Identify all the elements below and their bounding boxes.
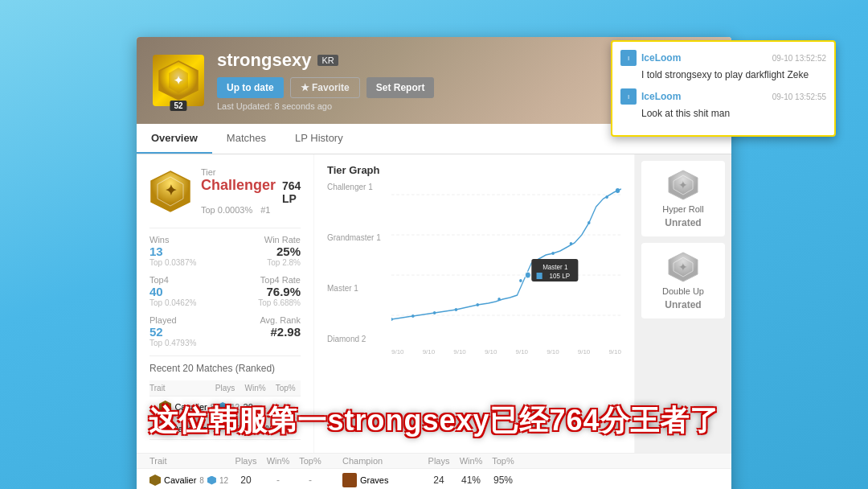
favorite-button[interactable]: ★ Favorite xyxy=(290,77,360,98)
chat-text-2: Look at this shit man xyxy=(641,108,826,119)
chat-time-2: 09-10 13:52:55 xyxy=(772,92,826,101)
top4-value: 40 xyxy=(149,285,225,298)
stat-row-top4: Top4 40 Top 0.0462% Top4 Rate 76.9% Top … xyxy=(149,275,301,307)
avatar-level: 52 xyxy=(170,101,186,111)
avgrank-label: Avg. Rank xyxy=(225,315,301,325)
svg-point-20 xyxy=(588,221,591,224)
svg-point-18 xyxy=(551,252,555,255)
stat-block-top4rate: Top4 Rate 76.9% Top 6.688% xyxy=(225,275,301,307)
y-label-grandmaster: Grandmaster 1 xyxy=(327,233,381,242)
double-up-rating: Unrated xyxy=(665,299,701,310)
tier-icon: ✦ xyxy=(149,171,191,212)
svg-point-13 xyxy=(455,308,458,311)
chat-time-1: 09-10 13:52:52 xyxy=(772,54,826,63)
chat-avatar-1: I xyxy=(620,50,637,66)
double-up-icon: ✦ xyxy=(667,251,699,283)
wins-sub: Top 0.0387% xyxy=(149,258,225,267)
svg-point-14 xyxy=(476,303,479,306)
y-label-master: Master 1 xyxy=(327,284,381,293)
svg-point-19 xyxy=(570,242,573,245)
hyper-roll-item: ✦ Hyper Roll Unrated xyxy=(641,161,725,236)
stat-block-avgrank: Avg. Rank #2.98 xyxy=(225,315,301,339)
double-up-name: Double Up xyxy=(662,286,704,296)
region-badge: KR xyxy=(317,55,338,66)
tab-lp-history[interactable]: LP History xyxy=(280,124,358,154)
y-label-challenger: Challenger 1 xyxy=(327,183,381,191)
up-to-date-button[interactable]: Up to date xyxy=(217,77,284,98)
avatar: ✦ xyxy=(153,55,204,106)
wins-value: 13 xyxy=(149,244,225,258)
stat-block-top4: Top4 40 Top 0.0462% xyxy=(149,275,225,307)
played-label: Played xyxy=(149,315,225,325)
hyper-roll-rating: Unrated xyxy=(665,217,701,228)
winrate-value: 25% xyxy=(225,244,301,258)
svg-text:✦: ✦ xyxy=(165,183,177,199)
chat-message-1: I IceLoom 09-10 13:52:52 I told strongse… xyxy=(620,50,826,80)
winrate-sub: Top 2.8% xyxy=(225,258,301,267)
overlay-text: 这位韩服第一strongsexy已经764分王者了 xyxy=(80,401,788,441)
svg-text:Master 1: Master 1 xyxy=(542,263,567,272)
hyper-roll-name: Hyper Roll xyxy=(662,204,703,214)
table-col-top4pct2: Top% xyxy=(487,456,519,466)
stat-block-wins: Wins 13 Top 0.0387% xyxy=(149,235,225,267)
svg-point-21 xyxy=(605,195,608,199)
top4-sub: Top 0.0462% xyxy=(149,298,225,307)
stat-block-played: Played 52 Top 0.4793% xyxy=(149,315,225,347)
svg-point-12 xyxy=(433,311,436,314)
tier-section: ✦ Tier Challenger 764 LP Top 0.0003% #1 xyxy=(149,167,301,215)
winrate-label: Win Rate xyxy=(225,235,301,244)
svg-point-23 xyxy=(525,272,530,278)
stat-row-wins: Wins 13 Top 0.0387% Win Rate 25% Top 2.8… xyxy=(149,235,301,267)
svg-point-16 xyxy=(519,279,522,282)
chat-message-2: I IceLoom 09-10 13:52:55 Look at this sh… xyxy=(620,88,826,119)
svg-rect-26 xyxy=(537,273,542,279)
table-col-plays: Plays xyxy=(230,456,262,466)
tab-matches[interactable]: Matches xyxy=(212,124,280,154)
svg-point-22 xyxy=(616,188,620,193)
double-up-item: ✦ Double Up Unrated xyxy=(641,243,725,318)
svg-point-10 xyxy=(391,318,393,321)
played-value: 52 xyxy=(149,325,225,339)
hyper-roll-icon: ✦ xyxy=(667,169,699,201)
svg-text:105 LP: 105 LP xyxy=(550,272,571,281)
table-col-winpct: Win% xyxy=(262,456,294,466)
svg-text:✦: ✦ xyxy=(678,179,688,191)
table-row: Cavalier 8 12 20 - - Graves 24 41% 95% xyxy=(137,469,731,489)
chart-title: Tier Graph xyxy=(327,164,621,176)
avatar-container: ✦ 52 xyxy=(153,55,204,106)
tier-label: Tier xyxy=(201,167,301,177)
chat-popup: I IceLoom 09-10 13:52:52 I told strongse… xyxy=(611,40,836,137)
y-label-diamond: Diamond 2 xyxy=(327,335,381,343)
wins-label: Wins xyxy=(149,235,225,244)
chat-username-2: IceLoom xyxy=(641,91,681,102)
played-sub: Top 0.4793% xyxy=(149,339,225,347)
tab-overview[interactable]: Overview xyxy=(137,124,212,154)
svg-point-11 xyxy=(411,314,415,318)
recent-title: Recent 20 Matches (Ranked) xyxy=(149,363,301,374)
table-header: Trait Plays Win% Top% xyxy=(149,380,301,397)
top4rate-value: 76.9% xyxy=(225,285,301,298)
svg-point-15 xyxy=(497,298,501,301)
chat-avatar-2: I xyxy=(620,88,637,105)
stat-row-played: Played 52 Top 0.4793% Avg. Rank #2.98 xyxy=(149,315,301,347)
set-report-button[interactable]: Set Report xyxy=(366,77,435,98)
trait-icon xyxy=(149,475,161,486)
star-icon: ★ xyxy=(301,82,309,93)
stat-block-winrate: Win Rate 25% Top 2.8% xyxy=(225,235,301,267)
svg-text:✦: ✦ xyxy=(174,74,183,87)
tier-rank-num: #1 xyxy=(260,205,270,215)
tier-top-pct: Top 0.0003% xyxy=(201,205,252,215)
table-col-champion: Champion xyxy=(342,456,423,466)
player-name-text: strongsexy xyxy=(217,50,311,71)
top4-label: Top4 xyxy=(149,275,225,285)
table-col-winpct2: Win% xyxy=(455,456,487,466)
top4rate-label: Top4 Rate xyxy=(225,275,301,285)
tier-details: Tier Challenger 764 LP Top 0.0003% #1 xyxy=(201,167,301,215)
table-col-trait: Trait xyxy=(149,456,230,466)
tier-chart: Master 1 105 LP xyxy=(391,183,621,343)
table-col-top4pct: Top% xyxy=(294,456,326,466)
tier-name: Challenger xyxy=(201,177,276,194)
chat-username-1: IceLoom xyxy=(641,52,681,64)
top4rate-sub: Top 6.688% xyxy=(225,298,301,307)
tier-lp: 764 LP xyxy=(282,179,301,205)
